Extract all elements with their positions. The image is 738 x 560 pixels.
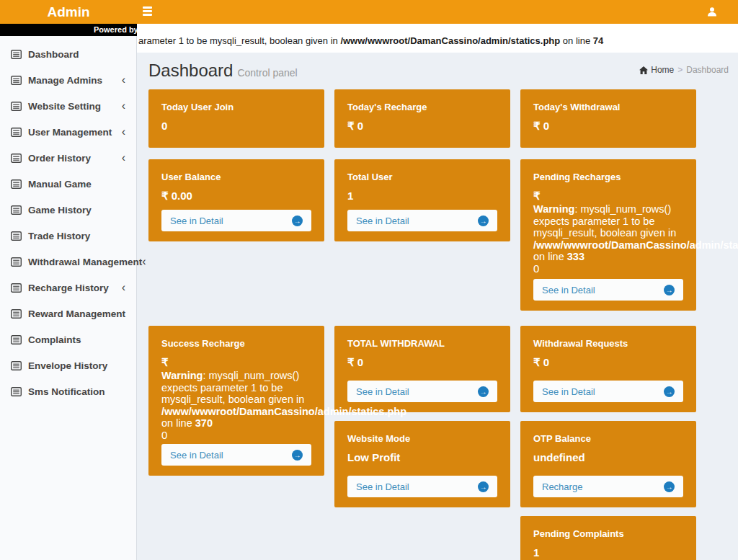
card-success-recharge: Success Recharge ₹ Warning: mysqli_num_r…: [148, 326, 324, 476]
card-withdrawal-requests: Withdrawal Requests ₹ 0 See in Detail →: [520, 326, 696, 412]
card-button-label: See in Detail: [356, 386, 478, 397]
powered-badge: Powered by: [0, 24, 137, 36]
list-icon: [11, 309, 22, 319]
sidebar-item-game-history[interactable]: Game History: [0, 197, 136, 223]
card-column: User Balance ₹ 0.00 See in Detail →: [148, 159, 324, 241]
brand-link[interactable]: Admin: [0, 0, 137, 24]
page-title: DashboardControl panel: [148, 61, 298, 80]
card-count: 0: [161, 430, 314, 441]
chevron-left-icon: ‹: [122, 152, 125, 164]
sidebar-item-dashboard[interactable]: Dashboard: [0, 41, 136, 67]
sidebar-item-sms-notification[interactable]: Sms Notification: [0, 378, 136, 404]
sidebar-item-trade-history[interactable]: Trade History: [0, 223, 136, 249]
see-in-detail-button[interactable]: See in Detail →: [347, 210, 497, 231]
sidebar-item-label: Envelope History: [28, 360, 107, 371]
see-in-detail-button[interactable]: See in Detail →: [347, 381, 497, 402]
arrow-circle-right-icon: →: [292, 450, 303, 461]
php-warning-path: /www/wwwroot/DamanCassino/admin/statics.…: [161, 406, 406, 418]
card-column: Today User Join 0: [148, 89, 324, 148]
card-todays-withdrawal: Today's Withdrawal ₹ 0: [520, 89, 696, 148]
sidebar-item-label: Reward Management: [28, 308, 125, 319]
card-value: 0: [161, 120, 314, 132]
list-icon: [11, 50, 22, 59]
sidebar-item-label: Recharge History: [28, 283, 109, 293]
arrow-circle-right-icon: →: [292, 215, 303, 226]
card-title: Withdrawal Requests: [533, 338, 686, 349]
card-otp-balance: OTP Balance undefined Recharge →: [520, 421, 696, 507]
sidebar-item-manage-admins[interactable]: Manage Admins ‹: [0, 67, 136, 93]
sidebar-item-recharge-history[interactable]: Recharge History ‹: [0, 275, 136, 301]
card-title: User Balance: [161, 172, 314, 182]
card-title: Today's Recharge: [347, 102, 500, 112]
card-todays-recharge: Today's Recharge ₹ 0: [334, 89, 510, 148]
card-title: Today's Withdrawal: [533, 102, 686, 112]
list-icon: [11, 128, 22, 137]
breadcrumb-home-link[interactable]: Home: [639, 65, 674, 75]
sidebar-toggle-button[interactable]: [143, 6, 153, 17]
see-in-detail-button[interactable]: See in Detail →: [161, 210, 311, 231]
php-warning-text: Warning: mysqli_num_rows() expects param…: [161, 370, 314, 430]
sidebar-item-label: Website Setting: [28, 101, 101, 112]
card-column: Pending Recharges ₹ Warning: mysqli_num_…: [520, 159, 696, 311]
card-value: 1: [533, 546, 686, 559]
card-value: Low Profit: [347, 451, 500, 463]
card-title: Pending Complaints: [533, 528, 686, 539]
chevron-left-icon: ‹: [122, 282, 125, 293]
list-icon: [11, 205, 22, 215]
card-button-label: See in Detail: [542, 285, 664, 295]
card-value: ₹ 0: [347, 120, 500, 133]
list-icon: [11, 335, 22, 345]
card-column: Total User 1 See in Detail →: [334, 159, 510, 241]
card-user-balance: User Balance ₹ 0.00 See in Detail →: [148, 159, 324, 241]
card-pending-complaints: Pending Complaints 1: [520, 516, 696, 560]
card-value: ₹ 0: [533, 120, 686, 133]
arrow-circle-right-icon: →: [478, 481, 489, 492]
breadcrumb-current: Dashboard: [686, 65, 729, 75]
card-website-mode: Website Mode Low Profit See in Detail →: [334, 421, 510, 507]
sidebar-item-reward-management[interactable]: Reward Management: [0, 301, 136, 326]
card-value: 1: [347, 190, 500, 202]
card-row: User Balance ₹ 0.00 See in Detail → Tota…: [148, 159, 738, 311]
sidebar-item-withdrawal-management[interactable]: Withdrawal Management ‹: [0, 249, 136, 275]
card-total-withdrawal: TOTAL WITHDRAWAL ₹ 0 See in Detail →: [334, 326, 510, 412]
card-currency: ₹: [161, 356, 314, 369]
sidebar-item-label: Sms Notification: [28, 386, 105, 397]
list-icon: [11, 361, 22, 370]
php-warning-block: ₹ Warning: mysqli_num_rows() expects par…: [161, 356, 314, 441]
card-column: Today's Recharge ₹ 0: [334, 89, 510, 148]
php-warning-block: ₹ Warning: mysqli_num_rows() expects par…: [533, 190, 686, 275]
card-title: Today User Join: [161, 102, 314, 112]
see-in-detail-button[interactable]: See in Detail →: [347, 476, 497, 497]
card-value: ₹ 0: [533, 356, 686, 369]
sidebar-item-manual-game[interactable]: Manual Game: [0, 171, 136, 197]
chevron-left-icon: ‹: [142, 256, 146, 267]
card-title: TOTAL WITHDRAWAL: [347, 338, 500, 349]
arrow-circle-right-icon: →: [478, 386, 489, 397]
sidebar-item-website-setting[interactable]: Website Setting ‹: [0, 93, 136, 119]
arrow-circle-right-icon: →: [664, 481, 675, 492]
card-total-user: Total User 1 See in Detail →: [334, 159, 510, 241]
sidebar-item-complaints[interactable]: Complaints: [0, 326, 136, 352]
card-title: Total User: [347, 172, 500, 182]
card-today-user-join: Today User Join 0: [148, 89, 324, 148]
content-area: DashboardControl panel Home > Dashboard …: [137, 53, 738, 560]
sidebar-item-label: User Management: [28, 127, 112, 138]
card-title: Success Recharge: [161, 338, 314, 349]
list-icon: [11, 283, 22, 293]
see-in-detail-button[interactable]: See in Detail →: [533, 381, 683, 402]
page-subtitle: Control panel: [237, 67, 297, 79]
recharge-button[interactable]: Recharge →: [533, 476, 683, 497]
sidebar-item-order-history[interactable]: Order History ‹: [0, 145, 136, 171]
card-grid: Today User Join 0 Today's Recharge ₹ 0 T…: [137, 89, 738, 560]
list-icon: [11, 76, 22, 85]
chevron-left-icon: ‹: [122, 74, 125, 86]
sidebar-item-user-management[interactable]: User Management ‹: [0, 119, 136, 145]
user-icon[interactable]: [707, 6, 717, 17]
card-title: Pending Recharges: [533, 172, 686, 182]
see-in-detail-button[interactable]: See in Detail →: [161, 444, 311, 466]
list-icon: [11, 179, 22, 189]
see-in-detail-button[interactable]: See in Detail →: [533, 279, 683, 301]
card-button-label: Recharge: [542, 481, 664, 492]
sidebar-item-envelope-history[interactable]: Envelope History: [0, 352, 136, 378]
card-button-label: See in Detail: [170, 450, 292, 461]
